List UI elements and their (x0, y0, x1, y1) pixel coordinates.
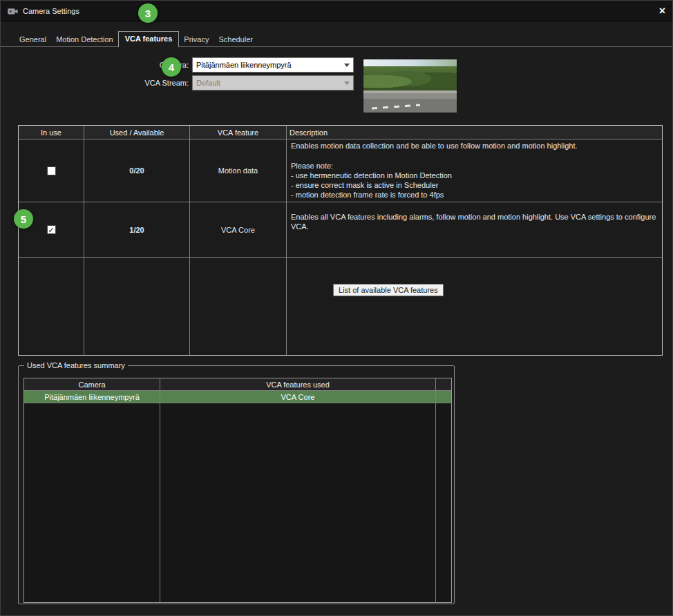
vca-stream-select: Default (192, 75, 354, 90)
empty-cell (84, 258, 190, 355)
preview-road (363, 90, 457, 113)
summary-row-spacer[interactable] (436, 391, 451, 403)
tab-motion-detection[interactable]: Motion Detection (51, 33, 118, 46)
vca-core-description: Enables all VCA features including alarm… (287, 202, 662, 258)
window-title: Camera Settings (23, 7, 79, 15)
vca-core-used-available: 1/20 (84, 202, 190, 258)
tab-scheduler[interactable]: Scheduler (214, 33, 258, 46)
titlebar: Camera Settings × (1, 1, 672, 21)
summary-row-features[interactable]: VCA Core (160, 391, 436, 403)
tab-divider (1, 46, 672, 47)
annotation-step-4: 4 (162, 57, 181, 77)
close-icon[interactable]: × (659, 1, 665, 21)
column-header-used-available: Used / Available (84, 126, 190, 139)
preview-trees (363, 66, 457, 94)
vca-core-checkbox[interactable]: ✓ (47, 225, 56, 234)
camera-select[interactable]: Pitäjänmäen liikenneympyrä (192, 57, 354, 73)
summary-group-label: Used VCA features summary (24, 361, 128, 369)
chevron-down-icon (341, 76, 353, 90)
annotation-step-3: 3 (138, 3, 158, 23)
summary-header-spacer (436, 378, 451, 391)
tab-vca-features[interactable]: VCA features (118, 31, 180, 47)
chevron-down-icon (341, 58, 353, 72)
empty-cell (24, 403, 160, 602)
tab-general[interactable]: General (15, 33, 51, 46)
empty-cell (19, 258, 84, 355)
vca-features-table: In use Used / Available VCA feature Desc… (18, 125, 663, 356)
tab-privacy[interactable]: Privacy (179, 33, 214, 46)
summary-header-camera: Camera (24, 378, 160, 391)
summary-row-camera[interactable]: Pitäjänmäen liikenneympyrä (24, 391, 160, 403)
camera-select-value: Pitäjänmäen liikenneympyrä (193, 61, 341, 69)
vca-stream-label: VCA Stream: (106, 75, 189, 90)
column-header-vca-feature: VCA feature (190, 126, 287, 139)
motion-data-description: Enables motion data collection and be ab… (287, 139, 662, 202)
vca-core-feature-name: VCA Core (190, 202, 287, 258)
tab-strip: General Motion Detection VCA features Pr… (15, 31, 258, 46)
column-header-in-use: In use (19, 126, 84, 139)
motion-data-checkbox[interactable] (47, 166, 56, 175)
annotation-step-5: 5 (14, 209, 33, 229)
empty-cell (436, 403, 451, 602)
summary-table: Camera VCA features used Pitäjänmäen lii… (23, 378, 452, 603)
camera-settings-window: Camera Settings × General Motion Detecti… (0, 0, 673, 616)
summary-group: Used VCA features summary Camera VCA fea… (18, 361, 455, 604)
empty-cell (190, 258, 287, 355)
summary-header-features-used: VCA features used (160, 378, 436, 391)
vca-features-tooltip: List of available VCA features (333, 284, 444, 296)
motion-data-feature-name: Motion data (190, 139, 287, 202)
empty-cell (287, 258, 662, 355)
column-header-description: Description (287, 126, 662, 139)
camera-icon (8, 7, 18, 15)
table-row-motion-data-in-use (19, 139, 84, 202)
vca-stream-select-value: Default (193, 79, 341, 87)
camera-preview (363, 59, 457, 113)
empty-cell (160, 403, 436, 602)
motion-data-used-available: 0/20 (84, 139, 190, 202)
